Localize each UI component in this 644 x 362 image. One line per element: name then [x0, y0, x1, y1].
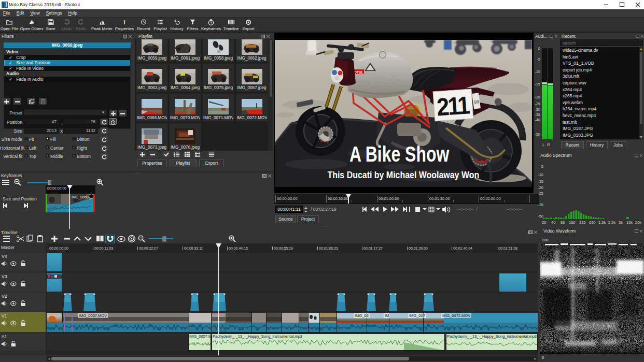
svg-text:00:00:00:00: 00:00:00:00 [277, 196, 298, 201]
svg-text:00:01:00:00: 00:01:00:00 [379, 196, 399, 201]
svg-text:00:00:30:00: 00:00:30:00 [328, 196, 348, 201]
svg-text:99: 99 [474, 99, 480, 105]
svg-text:A Bike Show: A Bike Show [349, 142, 450, 166]
svg-text:00:01:30:00: 00:01:30:00 [429, 196, 450, 201]
svg-text:211: 211 [436, 91, 470, 121]
svg-text:This Ducati by Michael Woolawa: This Ducati by Michael Woolaway Won [327, 169, 479, 181]
svg-text:00:02:00:00: 00:02:00:00 [480, 196, 501, 201]
